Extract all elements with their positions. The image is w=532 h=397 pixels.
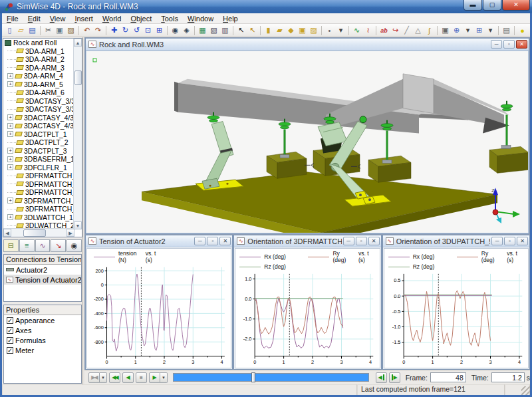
appearance-icon[interactable]: ▨: [308, 25, 319, 36]
checkbox[interactable]: ✓: [7, 327, 13, 334]
resize-grip[interactable]: [521, 386, 530, 395]
redo-icon[interactable]: ↷: [92, 25, 104, 36]
tree-item[interactable]: 3DA-ARM_2: [3, 55, 82, 64]
tree-root[interactable]: Rock and Roll: [3, 39, 82, 47]
move-body-icon[interactable]: ▰: [274, 25, 285, 36]
step-frame-back-button[interactable]: ◀: [376, 372, 387, 383]
scroll-thumb[interactable]: [23, 229, 46, 237]
menu-item-edit[interactable]: Edit: [23, 14, 45, 23]
joint-drop-icon[interactable]: ▾: [462, 25, 473, 36]
tree-item[interactable]: 3DACTPLT_2: [3, 138, 82, 147]
orbit-icon[interactable]: ↻: [120, 25, 131, 36]
tree-item[interactable]: 3DFRMATTCH_1: [3, 172, 82, 180]
tree-item[interactable]: +3DFCLFLR_1: [3, 164, 82, 172]
tree-expander-icon[interactable]: +: [7, 114, 13, 120]
spin-icon[interactable]: ↺: [131, 25, 142, 36]
menu-item-view[interactable]: View: [45, 14, 70, 23]
new-body-icon[interactable]: ▮: [263, 25, 274, 36]
shape-sphere-icon[interactable]: ●: [517, 25, 528, 36]
text-icon[interactable]: ab: [378, 25, 390, 36]
tree-expander-icon[interactable]: +: [7, 123, 13, 129]
menu-item-tools[interactable]: Tools: [156, 14, 183, 23]
meter-close-button[interactable]: ✕: [368, 237, 380, 245]
cut-icon[interactable]: ✂: [43, 25, 54, 36]
scroll-down-icon[interactable]: ▼: [74, 221, 82, 229]
connection-item[interactable]: ∿Tension of Actuator2: [4, 275, 81, 285]
menu-item-help[interactable]: Help: [218, 14, 243, 23]
constraint-drop-icon[interactable]: ▾: [485, 25, 496, 36]
spring-icon[interactable]: ∿: [351, 25, 362, 36]
tree-item[interactable]: +3DFRMATTCH_4: [3, 197, 82, 205]
rewind-button[interactable]: ◀◀: [109, 372, 120, 383]
object-tree[interactable]: Rock and Roll3DA-ARM_13DA-ARM_23DA-ARM_3…: [3, 38, 82, 237]
tree-expander-icon[interactable]: +: [7, 214, 13, 220]
timeline-slider[interactable]: [173, 373, 369, 382]
constraint-icon[interactable]: ⊞: [473, 25, 485, 36]
tree-expander-icon[interactable]: +: [7, 198, 13, 203]
meter-restore-button[interactable]: ▫: [504, 237, 515, 245]
tree-item[interactable]: 3DA-ARM_1: [3, 47, 82, 56]
rod-icon[interactable]: ≀: [362, 25, 374, 36]
zoom-fit-icon[interactable]: ⊞: [154, 25, 165, 36]
checkbox[interactable]: ✓: [7, 317, 13, 324]
viewport-restore-button[interactable]: ▫: [503, 40, 515, 49]
scroll-up-icon[interactable]: ▲: [74, 39, 82, 47]
point-drop-icon[interactable]: ▾: [335, 25, 346, 36]
select-arrow-icon[interactable]: ↖: [235, 25, 247, 36]
slot-icon[interactable]: ↪: [390, 25, 401, 36]
checkbox[interactable]: ✓: [7, 347, 13, 354]
tree-item[interactable]: 3DACTASY_3/3DA: [3, 97, 82, 106]
tab-meters-list[interactable]: ∿: [35, 239, 51, 252]
menu-item-object[interactable]: Object: [126, 14, 156, 23]
undo-icon[interactable]: ↶: [81, 25, 92, 36]
tree-horizontal-scrollbar[interactable]: ◀ ▶: [3, 228, 74, 237]
meter-minimize-button[interactable]: ─: [343, 237, 354, 245]
meter-titlebar[interactable]: ∿Tension of Actuator2─▫✕: [86, 235, 232, 247]
viewport-minimize-button[interactable]: ─: [491, 40, 502, 49]
polygon-icon[interactable]: △: [412, 25, 424, 36]
meter-restore-button[interactable]: ▫: [207, 237, 218, 245]
lock-icon[interactable]: ▣: [440, 25, 451, 36]
viewport-canvas[interactable]: Z: [86, 51, 528, 233]
menu-item-file[interactable]: File: [2, 14, 23, 23]
paste-icon[interactable]: ▨: [65, 25, 76, 36]
maximize-button[interactable]: ▢: [483, 0, 501, 11]
material-icon[interactable]: ▣: [297, 25, 308, 36]
tree-item[interactable]: +3DLWATTCH_1: [3, 213, 82, 222]
layout-icon[interactable]: ▥: [219, 25, 231, 36]
viewport-close-button[interactable]: ✕: [516, 40, 527, 49]
meter-titlebar[interactable]: ∿Orientation of 3DFRMATTCH_5─▫✕: [234, 235, 380, 247]
tree-item[interactable]: +3DACTPLT_1: [3, 130, 82, 139]
tree-item[interactable]: 3DACTASY_3/3DC: [3, 105, 82, 114]
rotate-body-icon[interactable]: ◆: [285, 25, 297, 36]
joint-icon[interactable]: ⊕: [451, 25, 462, 36]
tab-motion-list[interactable]: ↘: [51, 239, 66, 252]
tree-item[interactable]: +3DBASEFRM_1: [3, 155, 82, 164]
tab-constraints-list[interactable]: ≡: [19, 239, 35, 252]
menu-item-insert[interactable]: Insert: [70, 14, 98, 23]
menu-item-window[interactable]: Window: [183, 14, 218, 23]
copy-icon[interactable]: ▣: [54, 25, 65, 36]
tree-expander-icon[interactable]: +: [7, 81, 13, 87]
tree-item[interactable]: 3DA-ARM_3: [3, 64, 82, 72]
step-back-button[interactable]: ◀: [122, 372, 134, 383]
tree-item[interactable]: 3DFRMATTCH_2: [3, 180, 82, 189]
tree-expander-icon[interactable]: +: [7, 131, 13, 137]
title-bar[interactable]: SimWise 4D - Rock and Roll.WM3 ▬ ▢ ✕: [0, 0, 532, 13]
meter-minimize-button[interactable]: ─: [491, 237, 503, 245]
tree-vertical-scrollbar[interactable]: ▲ ▼: [73, 39, 82, 229]
open-folder-icon[interactable]: ▱: [15, 25, 27, 36]
meter-close-button[interactable]: ✕: [219, 237, 231, 245]
camera-view-icon[interactable]: ◈: [181, 25, 192, 36]
close-button[interactable]: ✕: [502, 0, 530, 11]
shape-bend-icon[interactable]: ◗: [528, 25, 530, 36]
tree-item[interactable]: +3DACTASY_4/3DC: [3, 122, 82, 130]
pan-icon[interactable]: ✚: [108, 25, 120, 36]
motion-mode-button[interactable]: ▶◀: [88, 372, 100, 383]
tree-item[interactable]: 3DFRMATTCH_3: [3, 188, 82, 197]
render-icon[interactable]: ▧: [208, 25, 219, 36]
probe-view-icon[interactable]: ◉: [170, 25, 181, 36]
tab-camera-list[interactable]: ◉: [66, 239, 82, 252]
timeline-thumb[interactable]: [251, 372, 255, 382]
tree-item[interactable]: +3DACTPLT_3: [3, 147, 82, 156]
